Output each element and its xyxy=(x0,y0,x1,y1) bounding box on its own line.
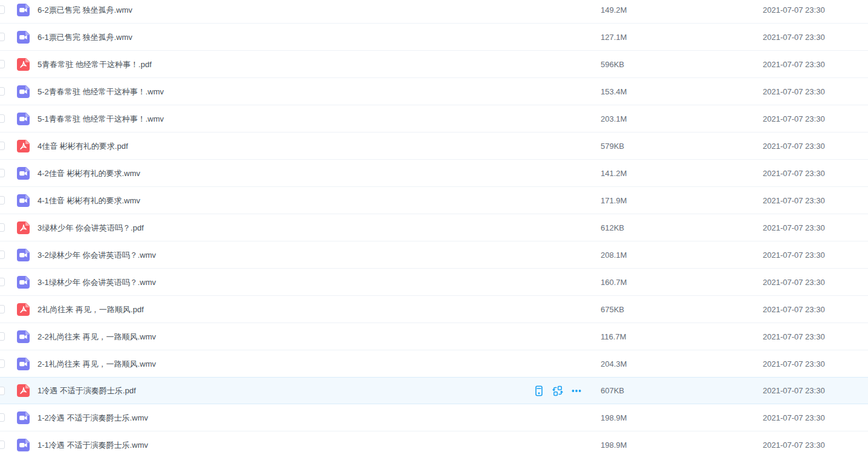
file-name[interactable]: 6-1票已售完 独坐孤舟.wmv xyxy=(38,24,601,51)
file-row[interactable]: 1-1冷遇 不适于演奏爵士乐.wmv xyxy=(0,431,868,452)
row-checkbox[interactable] xyxy=(0,332,5,341)
row-checkbox[interactable] xyxy=(0,5,5,14)
video-file-icon xyxy=(17,439,30,451)
file-row[interactable]: 4佳音 彬彬有礼的要求.pdf xyxy=(0,133,868,160)
video-file-icon xyxy=(17,167,30,180)
file-modified-date: 2021-07-07 23:30 xyxy=(763,33,868,42)
row-checkbox[interactable] xyxy=(0,251,5,259)
file-modified-date: 2021-07-07 23:30 xyxy=(763,332,868,341)
row-checkbox[interactable] xyxy=(0,278,5,286)
pdf-file-icon xyxy=(17,221,30,234)
row-checkbox[interactable] xyxy=(0,413,5,422)
file-row[interactable]: 4-2佳音 彬彬有礼的要求.wmv xyxy=(0,160,868,187)
file-size: 153.4M xyxy=(601,87,763,96)
row-checkbox[interactable] xyxy=(0,87,5,96)
file-modified-date: 2021-07-07 23:30 xyxy=(763,278,868,287)
video-file-icon xyxy=(17,249,30,261)
file-row[interactable]: 3绿林少年 你会讲英语吗？.pdf xyxy=(0,214,868,241)
file-modified-date: 2021-07-07 23:30 xyxy=(763,87,868,96)
file-row[interactable]: 6-2票已售完 独坐孤舟.wmv xyxy=(0,0,868,24)
file-name[interactable]: 4-2佳音 彬彬有礼的要求.wmv xyxy=(38,160,601,187)
file-size: 607KB xyxy=(601,386,763,395)
file-size: 127.1M xyxy=(601,33,763,42)
file-name[interactable]: 3-1绿林少年 你会讲英语吗？.wmv xyxy=(38,269,601,296)
row-checkbox[interactable] xyxy=(0,223,5,232)
video-file-icon xyxy=(17,85,30,98)
video-file-icon xyxy=(17,113,30,125)
file-name[interactable]: 5青春常驻 他经常干这种事！.pdf xyxy=(38,51,601,78)
file-row[interactable]: 3-1绿林少年 你会讲英语吗？.wmv xyxy=(0,269,868,296)
cloud-drive-file-manager: 6-2票已售完 独坐孤舟.wmv xyxy=(0,0,868,452)
video-file-icon xyxy=(17,358,30,370)
file-size: 596KB xyxy=(601,60,763,69)
file-row[interactable]: 5青春常驻 他经常干这种事！.pdf xyxy=(0,51,868,78)
row-checkbox[interactable] xyxy=(0,305,5,313)
more-actions-icon[interactable] xyxy=(571,385,582,396)
file-name[interactable]: 5-1青春常驻 他经常干这种事！.wmv xyxy=(38,105,601,133)
file-size: 149.2M xyxy=(601,5,763,15)
file-modified-date: 2021-07-07 23:30 xyxy=(763,114,868,123)
file-size: 612KB xyxy=(601,223,763,232)
file-name[interactable]: 3绿林少年 你会讲英语吗？.pdf xyxy=(38,214,601,241)
file-row[interactable]: 5-2青春常驻 他经常干这种事！.wmv xyxy=(0,78,868,105)
file-size: 198.9M xyxy=(601,441,763,450)
file-size: 141.2M xyxy=(601,169,763,178)
row-checkbox[interactable] xyxy=(0,387,5,395)
row-checkbox[interactable] xyxy=(0,359,5,368)
file-name[interactable]: 4佳音 彬彬有礼的要求.pdf xyxy=(38,133,601,160)
pdf-file-icon xyxy=(17,384,30,397)
file-row[interactable]: 4-1佳音 彬彬有礼的要求.wmv xyxy=(0,187,868,214)
file-modified-date: 2021-07-07 23:30 xyxy=(763,305,868,314)
file-name[interactable]: 6-2票已售完 独坐孤舟.wmv xyxy=(38,0,601,24)
row-checkbox[interactable] xyxy=(0,114,5,123)
send-to-phone-icon[interactable] xyxy=(534,385,544,396)
file-name[interactable]: 4-1佳音 彬彬有礼的要求.wmv xyxy=(38,187,601,214)
file-row[interactable]: 1冷遇 不适于演奏爵士乐.pdf xyxy=(0,377,868,404)
file-size: 204.3M xyxy=(601,359,763,368)
file-size: 579KB xyxy=(601,142,763,151)
file-size: 116.7M xyxy=(601,332,763,341)
file-size: 208.1M xyxy=(601,251,763,260)
file-size: 675KB xyxy=(601,305,763,314)
row-actions xyxy=(534,385,582,396)
file-name[interactable]: 1冷遇 不适于演奏爵士乐.pdf xyxy=(38,377,534,404)
file-size: 171.9M xyxy=(601,196,763,205)
file-size: 203.1M xyxy=(601,114,763,123)
row-checkbox[interactable] xyxy=(0,169,5,177)
file-modified-date: 2021-07-07 23:30 xyxy=(763,196,868,205)
row-checkbox[interactable] xyxy=(0,196,5,205)
file-row[interactable]: 2-1礼尚往来 再见，一路顺风.wmv xyxy=(0,350,868,378)
file-row[interactable]: 6-1票已售完 独坐孤舟.wmv xyxy=(0,24,868,51)
file-list: 6-2票已售完 独坐孤舟.wmv xyxy=(0,0,868,452)
file-modified-date: 2021-07-07 23:30 xyxy=(763,251,868,260)
file-name[interactable]: 2礼尚往来 再见，一路顺风.pdf xyxy=(38,296,601,323)
pdf-file-icon xyxy=(17,58,30,71)
file-name[interactable]: 3-2绿林少年 你会讲英语吗？.wmv xyxy=(38,241,601,269)
file-row[interactable]: 1-2冷遇 不适于演奏爵士乐.wmv xyxy=(0,404,868,431)
row-checkbox[interactable] xyxy=(0,142,5,150)
file-modified-date: 2021-07-07 23:30 xyxy=(763,223,868,232)
file-row[interactable]: 2礼尚往来 再见，一路顺风.pdf xyxy=(0,296,868,323)
file-name[interactable]: 5-2青春常驻 他经常干这种事！.wmv xyxy=(38,78,601,105)
video-file-icon xyxy=(17,276,30,289)
video-file-icon xyxy=(17,4,30,16)
file-row[interactable]: 2-2礼尚往来 再见，一路顺风.wmv xyxy=(0,323,868,350)
file-name[interactable]: 1-1冷遇 不适于演奏爵士乐.wmv xyxy=(38,431,601,452)
file-row[interactable]: 3-2绿林少年 你会讲英语吗？.wmv xyxy=(0,241,868,269)
file-modified-date: 2021-07-07 23:30 xyxy=(763,413,868,422)
file-modified-date: 2021-07-07 23:30 xyxy=(763,5,868,15)
video-file-icon xyxy=(17,330,30,343)
file-name[interactable]: 2-1礼尚往来 再见，一路顺风.wmv xyxy=(38,350,601,378)
file-name[interactable]: 1-2冷遇 不适于演奏爵士乐.wmv xyxy=(38,404,601,431)
file-modified-date: 2021-07-07 23:30 xyxy=(763,60,868,69)
transfer-share-icon[interactable] xyxy=(552,385,563,396)
row-checkbox[interactable] xyxy=(0,33,5,41)
video-file-icon xyxy=(17,194,30,207)
row-checkbox[interactable] xyxy=(0,441,5,449)
video-file-icon xyxy=(17,411,30,424)
row-checkbox[interactable] xyxy=(0,60,5,68)
file-row[interactable]: 5-1青春常驻 他经常干这种事！.wmv xyxy=(0,105,868,133)
file-modified-date: 2021-07-07 23:30 xyxy=(763,386,868,395)
pdf-file-icon xyxy=(17,140,30,152)
file-name[interactable]: 2-2礼尚往来 再见，一路顺风.wmv xyxy=(38,323,601,350)
